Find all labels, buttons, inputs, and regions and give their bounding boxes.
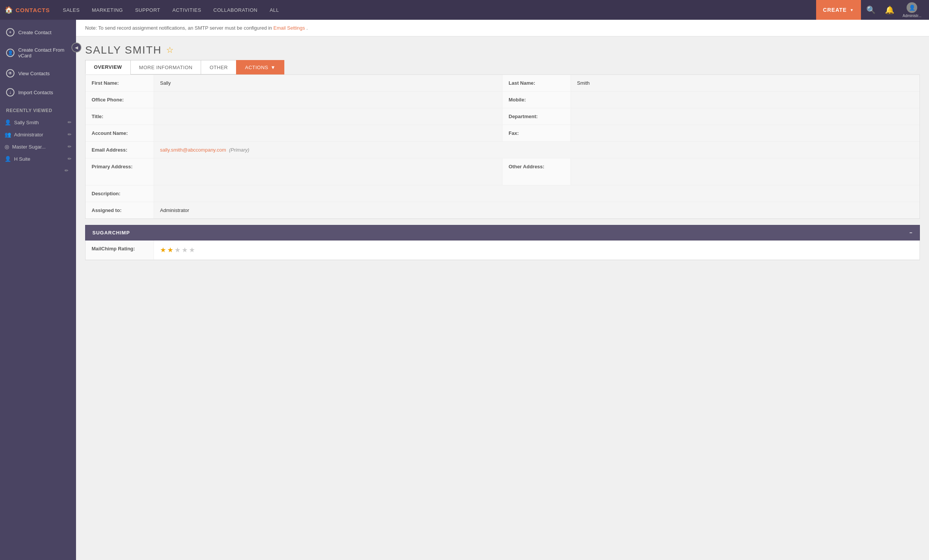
primary-address-label: Primary Address:	[86, 158, 154, 185]
description-row: Description:	[86, 185, 919, 202]
rv-item-h-suite[interactable]: 👤 H Suite ✏	[0, 153, 76, 165]
edit-icon[interactable]: ✏	[68, 120, 71, 125]
edit-icon[interactable]: ✏	[68, 156, 71, 161]
person-icon: 👤	[5, 119, 11, 125]
account-row: Account Name: Fax:	[86, 125, 919, 142]
collapse-icon[interactable]: −	[909, 230, 913, 236]
main-layout: ◀ + Create Contact 👤 Create Contact From…	[0, 20, 929, 560]
sugarchimp-label: SUGARCHIMP	[92, 230, 130, 236]
title-row: Title: Department:	[86, 108, 919, 125]
admin-label: Administr...	[903, 14, 921, 18]
note-text: Note: To send record assignment notifica…	[85, 25, 272, 31]
sidebar-item-create-from-vcard[interactable]: 👤 Create Contact From vCard	[0, 42, 76, 64]
admin-user-menu[interactable]: 👤 Administr...	[900, 2, 924, 18]
phone-row: Office Phone: Mobile:	[86, 92, 919, 108]
edit-icon[interactable]: ✏	[68, 132, 71, 137]
sidebar-item-label: View Contacts	[18, 71, 50, 76]
chevron-down-icon: ▼	[850, 8, 854, 12]
rv-item-sally-smith[interactable]: 👤 Sally Smith ✏	[0, 116, 76, 128]
tab-more-information[interactable]: MORE INFORMATION	[130, 60, 201, 74]
title-value	[154, 108, 503, 125]
name-row: First Name: Sally Last Name: Smith	[86, 75, 919, 92]
edit-icon[interactable]: ✏	[65, 168, 68, 173]
mailchimp-rating-label: MailChimp Rating:	[86, 240, 154, 259]
nav-item-support[interactable]: SUPPORT	[129, 0, 166, 20]
top-navigation: 🏠 CONTACTS SALES MARKETING SUPPORT ACTIV…	[0, 0, 929, 20]
rv-item-label: Administrator	[14, 132, 65, 138]
sidebar-item-import-contacts[interactable]: ↓ Import Contacts	[0, 83, 76, 102]
first-name-value: Sally	[154, 75, 503, 91]
sidebar-item-create-contact[interactable]: + Create Contact	[0, 23, 76, 42]
assigned-to-value: Administrator	[154, 202, 919, 218]
rv-item-administrator[interactable]: 👥 Administrator ✏	[0, 128, 76, 141]
home-icon[interactable]: 🏠	[5, 6, 13, 14]
brand-logo[interactable]: 🏠 CONTACTS	[5, 6, 50, 14]
description-label: Description:	[86, 185, 154, 202]
tab-actions[interactable]: ACTIONS ▼	[236, 60, 284, 74]
title-label: Title:	[86, 108, 154, 125]
group-icon: 👥	[5, 131, 11, 138]
fax-value	[571, 125, 919, 141]
rv-item-label: H Suite	[14, 156, 65, 162]
chevron-down-icon: ▼	[271, 65, 276, 70]
mailchimp-rating-row: MailChimp Rating: ★ ★ ★ ★ ★	[86, 240, 919, 260]
nav-item-sales[interactable]: SALES	[57, 0, 86, 20]
email-row: Email Address: sally.smith@abccompany.co…	[86, 142, 919, 158]
star-4: ★	[182, 246, 188, 254]
account-name-label: Account Name:	[86, 125, 154, 141]
circle-icon: ◎	[5, 144, 9, 150]
email-link[interactable]: sally.smith@abccompany.com	[160, 147, 226, 153]
avatar: 👤	[907, 2, 917, 13]
star-2: ★	[167, 246, 173, 254]
department-label: Department:	[503, 108, 571, 125]
mailchimp-rating-stars: ★ ★ ★ ★ ★	[154, 240, 919, 259]
nav-item-all[interactable]: ALL	[263, 0, 285, 20]
favorite-star-icon[interactable]: ☆	[166, 45, 174, 55]
nav-item-collaboration[interactable]: COLLABORATION	[207, 0, 263, 20]
contact-detail-panel: First Name: Sally Last Name: Smith Offic…	[85, 74, 920, 219]
other-address-value	[571, 158, 919, 185]
edit-icon[interactable]: ✏	[68, 144, 71, 149]
notifications-button[interactable]: 🔔	[881, 2, 898, 17]
nav-item-marketing[interactable]: MARKETING	[86, 0, 129, 20]
office-phone-label: Office Phone:	[86, 92, 154, 108]
fax-label: Fax:	[503, 125, 571, 141]
tab-other[interactable]: OTHER	[201, 60, 236, 74]
brand-label: CONTACTS	[16, 7, 50, 13]
tab-overview[interactable]: OVERVIEW	[85, 60, 130, 74]
sidebar: ◀ + Create Contact 👤 Create Contact From…	[0, 20, 76, 560]
description-value	[154, 185, 919, 202]
star-5: ★	[189, 246, 195, 254]
star-1: ★	[160, 246, 166, 254]
office-phone-value	[154, 92, 503, 108]
create-button[interactable]: CREATE ▼	[816, 0, 861, 20]
search-button[interactable]: 🔍	[862, 2, 880, 17]
other-address-label: Other Address:	[503, 158, 571, 185]
star-3: ★	[174, 246, 181, 254]
email-primary-tag: (Primary)	[229, 147, 249, 153]
department-value	[571, 108, 919, 125]
right-actions: CREATE ▼ 🔍 🔔 👤 Administr...	[816, 0, 924, 20]
import-icon: ↓	[6, 88, 14, 96]
mobile-value	[571, 92, 919, 108]
assigned-to-label: Assigned to:	[86, 202, 154, 218]
first-name-label: First Name:	[86, 75, 154, 91]
email-value: sally.smith@abccompany.com (Primary)	[154, 142, 919, 158]
note-suffix: .	[306, 25, 308, 31]
email-settings-link[interactable]: Email Settings	[273, 25, 305, 31]
sidebar-item-label: Create Contact From vCard	[18, 47, 70, 59]
address-row: Primary Address: Other Address:	[86, 158, 919, 185]
rv-item-master-sugar[interactable]: ◎ Master Sugar... ✏	[0, 141, 76, 153]
contact-name: SALLY SMITH ☆	[85, 44, 920, 56]
nav-items: SALES MARKETING SUPPORT ACTIVITIES COLLA…	[57, 0, 816, 20]
sidebar-collapse-button[interactable]: ◀	[71, 43, 81, 52]
sidebar-item-view-contacts[interactable]: 👁 View Contacts	[0, 64, 76, 83]
email-label: Email Address:	[86, 142, 154, 158]
rv-item-edit-extra[interactable]: ✏	[0, 165, 76, 176]
vcard-icon: 👤	[6, 49, 14, 57]
nav-item-activities[interactable]: ACTIVITIES	[166, 0, 208, 20]
sugarchimp-section-content: MailChimp Rating: ★ ★ ★ ★ ★	[85, 240, 920, 260]
assigned-row: Assigned to: Administrator	[86, 202, 919, 218]
sidebar-item-label: Create Contact	[18, 30, 51, 35]
eye-icon: 👁	[6, 69, 14, 78]
